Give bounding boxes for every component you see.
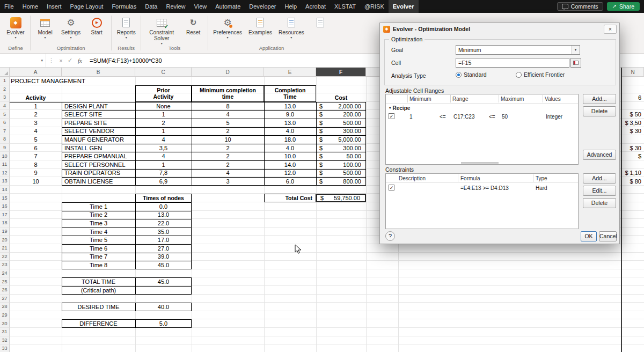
row-header-9[interactable]: 9 [0,144,10,152]
cell-activity-5[interactable]: 5 [10,135,62,144]
cell-completion-6[interactable]: 4.0 [264,144,316,152]
cell-completion-3[interactable]: 13.0 [264,119,316,127]
cell-cost-2[interactable]: $200.00 [316,110,366,119]
row-header-18[interactable]: 18 [0,219,10,228]
cell-A1[interactable]: PROJECT MANAGEMENT [11,77,118,85]
cell-name-1[interactable]: DESIGN PLANT [62,102,135,111]
cell-min-9[interactable]: 4 [192,169,264,178]
cell-cost-3[interactable]: $500.00 [316,119,366,127]
cell-activity-4[interactable]: 4 [10,127,62,136]
row-header-33[interactable]: 33 [0,344,10,352]
cell-N7[interactable]: $ 30 [623,127,642,136]
row-header-16[interactable]: 16 [0,202,10,211]
row-header-8[interactable]: 8 [0,135,10,144]
cell-cost-5[interactable]: $5,000.00 [316,135,366,144]
menu-automate[interactable]: Automate [211,0,245,13]
ribbon-button-examples[interactable]: Examples [245,14,275,35]
constraint-row-checkbox[interactable]: ✓ [389,185,394,190]
cell-activity-10[interactable]: 10 [10,177,62,186]
cell-time-label-7[interactable]: Time 7 [62,253,135,261]
drag-handle-icon[interactable]: ⋮ [46,57,56,64]
ribbon-button-start[interactable]: ▶Start [84,14,109,35]
cell-prior-6[interactable]: 3,5 [135,144,192,152]
cell-prior-1[interactable]: None [135,102,192,111]
times-header[interactable]: Times of nodes [135,194,192,202]
row-header-19[interactable]: 19 [0,228,10,236]
menu-formulas[interactable]: Formulas [107,0,141,13]
range-minimum[interactable]: 1 [409,113,413,120]
row-header-14[interactable]: 14 [0,186,10,194]
cell-completion-1[interactable]: 13.0 [264,102,316,111]
menu-evolver[interactable]: Evolver [389,0,419,13]
row-header-12[interactable]: 12 [0,169,10,178]
comments-button[interactable]: Comments [557,2,603,11]
ribbon-button-model[interactable]: Model▾ [32,14,58,39]
efficient-frontier-radio[interactable]: Efficient Frontier [516,71,565,78]
row-header-23[interactable]: 23 [0,261,10,269]
column-header-A[interactable]: A [10,68,62,77]
chevron-down-icon[interactable]: ▾ [41,58,43,63]
adjustable-ranges-table[interactable]: Minimum Range Maximum Values ▾ Recipe ✓ … [385,94,579,165]
desired-time-label[interactable]: DESIRED TIME [62,303,135,311]
cell-prior-3[interactable]: 2 [135,119,192,127]
ribbon-button-settings[interactable]: ⚙Settings▾ [58,14,84,39]
add-constraint-button[interactable]: Add... [583,173,616,184]
cell-min-4[interactable]: 2 [192,127,264,136]
dialog-title-bar[interactable]: ◆ Evolver - Optimization Model × [380,23,619,35]
row-header-17[interactable]: 17 [0,211,10,219]
row-header-5[interactable]: 5 [0,110,10,119]
cancel-icon[interactable]: × [56,57,65,64]
cell-N12[interactable]: $ 1,10 [623,169,642,178]
menu-acrobat[interactable]: Acrobat [301,0,330,13]
cell-min-2[interactable]: 4 [192,110,264,119]
name-box[interactable]: ▾ [0,54,46,67]
cell-time-label-3[interactable]: Time 3 [62,219,135,228]
share-button[interactable]: ↗ Share [607,2,640,11]
row-header-6[interactable]: 6 [0,119,10,127]
cell-activity-2[interactable]: 2 [10,110,62,119]
constraint-type[interactable]: Hard [536,184,547,192]
cell-cost-10[interactable]: $800.00 [316,177,366,186]
menu-home[interactable]: Home [18,0,42,13]
menu-insert[interactable]: Insert [42,0,66,13]
cell-time-value-1[interactable]: 0.0 [135,202,192,211]
chevron-down-icon[interactable]: ▼ [571,46,580,54]
range-picker-button[interactable] [570,58,581,68]
horizontal-scrollbar[interactable] [461,162,499,164]
cell-activity-3[interactable]: 3 [10,119,62,127]
cell-time-label-6[interactable]: Time 6 [62,244,135,253]
range-row-checkbox[interactable]: ✓ [389,113,394,119]
cell-time-label-5[interactable]: Time 5 [62,236,135,244]
cell-min-1[interactable]: 8 [192,102,264,111]
cell-N6[interactable]: $ 3,50 [623,119,642,127]
row-header-26[interactable]: 26 [0,286,10,295]
constraints-table[interactable]: Description Formula Type ✓ =E4:E13 >= D4… [385,173,579,229]
delete-constraint-button[interactable]: Delete [583,198,616,208]
ribbon-button-reports[interactable]: Reports▾ [113,14,139,39]
cell-activity-6[interactable]: 6 [10,144,62,152]
cell-prior-10[interactable]: 6,9 [135,177,192,186]
row-header-29[interactable]: 29 [0,311,10,320]
cell-N9[interactable]: $ 30 [623,144,642,152]
header-cost[interactable]: Cost [316,93,366,102]
cell-min-10[interactable]: 3 [192,177,264,186]
cell-name-8[interactable]: SELECT PERSONNEL [62,160,135,169]
cell-time-value-7[interactable]: 39.0 [135,253,192,261]
cell-name-10[interactable]: OBTAIN LICENSE [62,177,135,186]
cell-name-2[interactable]: SELECT SITE [62,110,135,119]
edit-constraint-button[interactable]: Edit... [583,186,616,196]
row-header-25[interactable]: 25 [0,277,10,286]
cell-name-5[interactable]: MANUF GENERATOR [62,135,135,144]
cell-min-6[interactable]: 2 [192,144,264,152]
cell-completion-4[interactable]: 4.0 [264,127,316,136]
row-header-10[interactable]: 10 [0,152,10,160]
column-header-F[interactable]: F [316,68,366,77]
cell-activity-9[interactable]: 9 [10,169,62,178]
ribbon-button-preferences[interactable]: ⚙Preferences▾ [210,14,245,39]
menu-view[interactable]: View [190,0,211,13]
ribbon-button-pane[interactable] [308,14,333,29]
cell-prior-8[interactable]: 1 [135,160,192,169]
cell-F15-selected[interactable]: $59,750.00 [316,194,366,202]
cell-completion-7[interactable]: 10.0 [264,152,316,160]
cell-activity-8[interactable]: 8 [10,160,62,169]
